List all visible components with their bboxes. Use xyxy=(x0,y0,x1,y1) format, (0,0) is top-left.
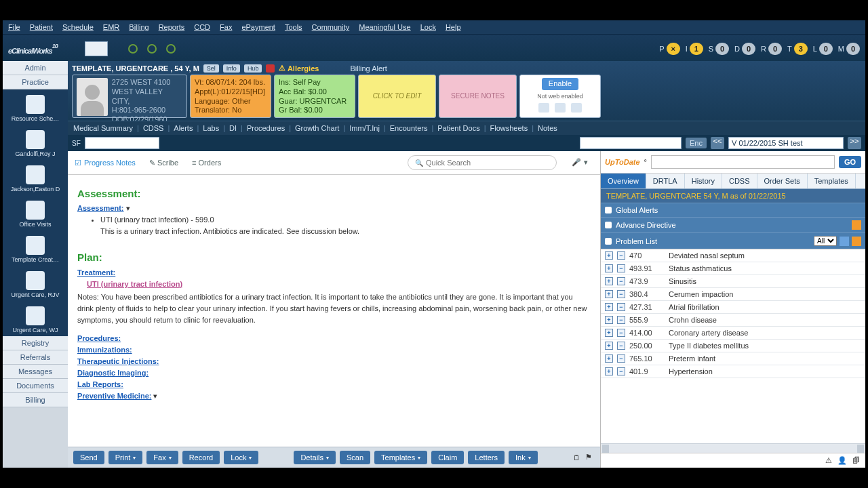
patient-name[interactable]: TEMPLATE, URGENTCARE , 54 Y, M xyxy=(72,64,199,73)
minus-icon[interactable]: − xyxy=(617,342,625,350)
plus-icon[interactable]: + xyxy=(605,316,613,324)
plan-section[interactable]: Preventive Medicine: xyxy=(77,392,151,400)
plus-icon[interactable]: + xyxy=(605,277,613,285)
provider-combo[interactable] xyxy=(580,137,682,149)
plus-icon[interactable]: + xyxy=(605,290,613,298)
menu-community[interactable]: Community xyxy=(312,23,350,31)
tab-growth-chart[interactable]: Growth Chart xyxy=(295,124,339,132)
menu-emr[interactable]: EMR xyxy=(103,23,119,31)
leftnav-registry[interactable]: Registry xyxy=(3,336,68,350)
indicator-S[interactable]: S 0 xyxy=(709,43,729,55)
status-icon[interactable]: ⚑ xyxy=(585,453,595,462)
leftnav-item[interactable]: Gandolfi,Roy J xyxy=(3,125,68,160)
leftnav-item[interactable]: Urgent Care, WJ xyxy=(3,301,68,336)
plus-icon[interactable]: + xyxy=(605,303,613,311)
leftnav-item[interactable]: Template Creat… xyxy=(3,230,68,266)
problem-row[interactable]: +−414.00Coronary artery disease xyxy=(601,327,865,340)
enc-prev[interactable]: << xyxy=(711,137,724,149)
leftnav-item[interactable]: Urgent Care, RJV xyxy=(3,266,68,301)
indicator-P[interactable]: P × xyxy=(659,43,679,55)
indicator-L[interactable]: L 0 xyxy=(813,43,833,55)
allergies-link[interactable]: Allergies xyxy=(279,64,319,73)
plan-section[interactable]: Diagnostic Imaging: xyxy=(77,369,149,377)
user-icon[interactable]: 👤 xyxy=(837,456,847,465)
problem-row[interactable]: +−427.31Atrial fibrillation xyxy=(601,301,865,314)
tab-imm-t-inj[interactable]: Imm/T.Inj xyxy=(349,124,380,132)
indicator-T[interactable]: T 3 xyxy=(787,43,808,55)
plus-icon[interactable]: + xyxy=(605,367,613,375)
quick-search-input[interactable] xyxy=(426,159,549,167)
chip-hub[interactable]: Hub xyxy=(244,64,262,73)
leftnav-item[interactable]: Jackson,Easton D xyxy=(3,160,68,195)
minus-icon[interactable]: − xyxy=(617,329,625,337)
side-tab-templates[interactable]: Templates xyxy=(808,174,856,188)
menu-fax[interactable]: Fax xyxy=(220,23,232,31)
minus-icon[interactable]: − xyxy=(617,290,625,298)
menu-help[interactable]: Help xyxy=(446,23,461,31)
tab-notes[interactable]: Notes xyxy=(538,124,557,132)
problem-filter[interactable]: All xyxy=(814,236,837,246)
leftnav-documents[interactable]: Documents xyxy=(3,379,68,393)
menu-ccd[interactable]: CCD xyxy=(194,23,210,31)
menu-reports[interactable]: Reports xyxy=(159,23,185,31)
plus-icon[interactable]: + xyxy=(605,342,613,350)
doc-icon[interactable]: 🗐 xyxy=(852,456,860,465)
uti-link[interactable]: UTI (urinary tract infection) xyxy=(87,280,182,288)
tab-procedures[interactable]: Procedures xyxy=(247,124,285,132)
tab-patient-docs[interactable]: Patient Docs xyxy=(437,124,479,132)
mic-icon[interactable]: 🎤 xyxy=(572,158,581,167)
user-dropdown[interactable] xyxy=(85,41,108,56)
advance-directive-section[interactable]: Advance Directive xyxy=(601,217,865,232)
insurance-card[interactable]: Ins: Self PayAcc Bal: $0.00 Guar: URGENT… xyxy=(274,75,355,118)
warn-icon[interactable] xyxy=(852,237,861,246)
minus-icon[interactable]: − xyxy=(617,354,625,363)
menu-lock[interactable]: Lock xyxy=(420,23,436,31)
minus-icon[interactable]: − xyxy=(617,316,625,324)
tab-orders[interactable]: ≡ Orders xyxy=(192,159,221,167)
phone-icon[interactable] xyxy=(538,103,549,113)
side-tab-cdss[interactable]: CDSS xyxy=(722,174,757,188)
patient-photo-card[interactable]: 2725 WEST 4100WEST VALLEY CITY, H:801-96… xyxy=(72,75,187,118)
side-tab-drtla[interactable]: DRTLA xyxy=(646,174,685,188)
indicator-M[interactable]: M 0 xyxy=(838,43,860,55)
problem-row[interactable]: +−473.9Sinusitis xyxy=(601,275,865,288)
leftnav-practice[interactable]: Practice xyxy=(3,75,68,89)
alert-icon[interactable]: ⚠ xyxy=(825,456,832,465)
indicator-I[interactable]: I 1 xyxy=(686,43,703,55)
tab-medical-summary[interactable]: Medical Summary xyxy=(73,124,133,132)
tab-flowsheets[interactable]: Flowsheets xyxy=(490,124,528,132)
plan-section[interactable]: Therapeutic Injections: xyxy=(77,357,159,365)
chip-sel[interactable]: Sel xyxy=(203,64,219,73)
problem-row[interactable]: +−380.4Cerumen impaction xyxy=(601,288,865,301)
leftnav-item[interactable]: Resource Sche… xyxy=(3,89,68,125)
plan-section[interactable]: Immunizations: xyxy=(77,346,132,354)
lock-button[interactable]: Lock xyxy=(224,451,258,464)
status-dot[interactable] xyxy=(128,44,138,54)
menu-patient[interactable]: Patient xyxy=(30,23,53,31)
note-icon[interactable]: 🗒 xyxy=(573,453,580,462)
leftnav-messages[interactable]: Messages xyxy=(3,365,68,379)
minus-icon[interactable]: − xyxy=(617,251,625,260)
status-dot[interactable] xyxy=(147,44,157,54)
problem-row[interactable]: +−555.9Crohn disease xyxy=(601,314,865,327)
plan-section[interactable]: Lab Reports: xyxy=(77,380,123,388)
status-dot[interactable] xyxy=(166,44,176,54)
claim-button[interactable]: Claim xyxy=(431,451,464,464)
minus-icon[interactable]: − xyxy=(617,367,625,375)
leftnav-billing[interactable]: Billing xyxy=(3,393,68,407)
problem-row[interactable]: +−250.00Type II diabetes mellitus xyxy=(601,340,865,352)
templates-button[interactable]: Templates xyxy=(374,451,427,464)
leftnav-referrals[interactable]: Referrals xyxy=(3,350,68,365)
fax-button[interactable]: Fax xyxy=(146,451,178,464)
billing-alert[interactable]: Billing Alert xyxy=(350,64,387,73)
plus-icon[interactable]: + xyxy=(605,354,613,363)
tab-scribe[interactable]: ✎ Scribe xyxy=(149,159,178,167)
problem-row[interactable]: +−493.91Status asthmaticus xyxy=(601,262,865,275)
global-alerts-section[interactable]: Global Alerts xyxy=(601,203,865,217)
scan-button[interactable]: Scan xyxy=(340,451,370,464)
letters-button[interactable]: Letters xyxy=(468,451,505,464)
quick-search[interactable] xyxy=(408,155,557,170)
side-tab-order-sets[interactable]: Order Sets xyxy=(757,174,808,188)
side-tab-history[interactable]: History xyxy=(685,174,722,188)
ink-button[interactable]: Ink xyxy=(509,451,538,464)
